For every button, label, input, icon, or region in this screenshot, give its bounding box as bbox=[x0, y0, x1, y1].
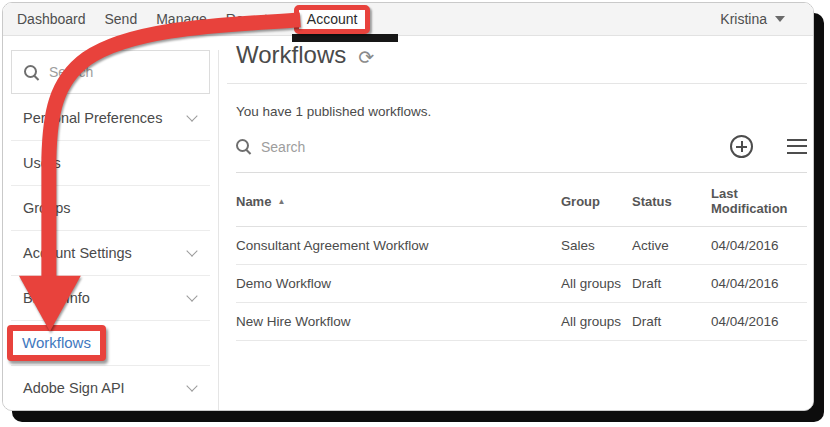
column-header-label: Last Modification bbox=[711, 186, 788, 216]
sidebar-search-input[interactable] bbox=[49, 64, 179, 80]
annotation-box-workflows: Workflows bbox=[7, 325, 106, 361]
refresh-icon[interactable]: ⟳ bbox=[358, 48, 374, 67]
nav-item-label: Manage bbox=[156, 11, 207, 27]
chevron-down-icon bbox=[186, 110, 197, 121]
workflows-table: Name▲GroupStatusLast Modification Consul… bbox=[236, 173, 807, 341]
table-row[interactable]: Consultant Agreement WorkflowSalesActive… bbox=[236, 227, 807, 265]
cell-group: All groups bbox=[561, 276, 632, 291]
chevron-down-icon bbox=[186, 290, 197, 301]
nav-item-manage[interactable]: Manage bbox=[156, 11, 207, 27]
add-workflow-button[interactable] bbox=[730, 135, 753, 158]
cell-status: Draft bbox=[632, 276, 711, 291]
chevron-down-icon bbox=[186, 380, 197, 391]
sidebar-item-label: Account Settings bbox=[23, 245, 132, 261]
nav-item-label: Dashboard bbox=[17, 11, 86, 27]
annotation-box-account: Account bbox=[294, 5, 371, 34]
cell-status: Draft bbox=[632, 314, 711, 329]
sidebar-item-label: Adobe Sign API bbox=[23, 380, 125, 396]
chevron-down-icon bbox=[186, 245, 197, 256]
cell-group: All groups bbox=[561, 314, 632, 329]
workflow-search-input[interactable] bbox=[261, 139, 720, 155]
user-name: Kristina bbox=[720, 11, 767, 27]
sidebar-search[interactable] bbox=[11, 50, 210, 94]
table-toolbar bbox=[236, 135, 807, 173]
summary-text: You have 1 published workflows. bbox=[236, 104, 807, 119]
screenshot-frame: DashboardSendManageReportsAccount Kristi… bbox=[2, 2, 814, 411]
top-nav-items: DashboardSendManageReportsAccount bbox=[17, 5, 389, 34]
sidebar-item-workflows[interactable]: Workflows bbox=[11, 321, 210, 366]
sidebar-items: Personal PreferencesUsersGroupsAccount S… bbox=[11, 96, 210, 410]
sidebar-item-label: Workflows bbox=[22, 334, 91, 351]
column-header-name[interactable]: Name▲ bbox=[236, 194, 561, 209]
cell-status: Active bbox=[632, 238, 711, 253]
sidebar-item-billing-info[interactable]: Billing Info bbox=[11, 276, 210, 321]
search-icon bbox=[236, 139, 251, 154]
app-window: DashboardSendManageReportsAccount Kristi… bbox=[3, 3, 813, 410]
page-title: Workflows bbox=[236, 41, 346, 69]
column-header-last-modification[interactable]: Last Modification bbox=[711, 186, 807, 216]
cell-group: Sales bbox=[561, 238, 632, 253]
sidebar: Personal PreferencesUsersGroupsAccount S… bbox=[11, 50, 210, 410]
table-row[interactable]: New Hire WorkflowAll groupsDraft04/04/20… bbox=[236, 303, 807, 341]
user-menu[interactable]: Kristina bbox=[720, 11, 785, 27]
sidebar-item-label: Personal Preferences bbox=[23, 110, 162, 126]
cell-last-modification: 04/04/2016 bbox=[711, 238, 807, 253]
search-icon bbox=[24, 65, 39, 80]
sidebar-item-label: Billing Info bbox=[23, 290, 90, 306]
cell-last-modification: 04/04/2016 bbox=[711, 314, 807, 329]
nav-item-dashboard[interactable]: Dashboard bbox=[17, 11, 86, 27]
nav-item-label: Account bbox=[307, 11, 358, 27]
sidebar-item-label: Users bbox=[23, 155, 61, 171]
cell-name: Demo Workflow bbox=[236, 276, 561, 291]
nav-item-label: Send bbox=[105, 11, 138, 27]
sidebar-item-adobe-sign-api[interactable]: Adobe Sign API bbox=[11, 366, 210, 410]
nav-item-send[interactable]: Send bbox=[105, 11, 138, 27]
active-tab-underline bbox=[292, 34, 399, 42]
top-nav-bar: DashboardSendManageReportsAccount Kristi… bbox=[3, 3, 813, 36]
nav-item-account[interactable]: Account bbox=[294, 5, 371, 34]
sidebar-item-personal-preferences[interactable]: Personal Preferences bbox=[11, 96, 210, 141]
cell-name: New Hire Workflow bbox=[236, 314, 561, 329]
nav-item-reports[interactable]: Reports bbox=[226, 11, 275, 27]
sidebar-item-groups[interactable]: Groups bbox=[11, 186, 210, 231]
column-header-status[interactable]: Status bbox=[632, 194, 711, 209]
cell-last-modification: 04/04/2016 bbox=[711, 276, 807, 291]
sidebar-item-users[interactable]: Users bbox=[11, 141, 210, 186]
column-header-label: Name bbox=[236, 194, 271, 209]
table-body: Consultant Agreement WorkflowSalesActive… bbox=[236, 227, 807, 341]
sort-asc-icon: ▲ bbox=[277, 197, 285, 206]
hamburger-menu-icon[interactable] bbox=[787, 139, 807, 154]
main-content: Workflows ⟳ You have 1 published workflo… bbox=[219, 41, 807, 341]
title-divider bbox=[227, 83, 807, 84]
column-header-label: Group bbox=[561, 194, 600, 209]
sidebar-item-account-settings[interactable]: Account Settings bbox=[11, 231, 210, 276]
table-row[interactable]: Demo WorkflowAll groupsDraft04/04/2016 bbox=[236, 265, 807, 303]
cell-name: Consultant Agreement Workflow bbox=[236, 238, 561, 253]
table-header-row: Name▲GroupStatusLast Modification bbox=[236, 173, 807, 227]
column-header-group[interactable]: Group bbox=[561, 194, 632, 209]
column-header-label: Status bbox=[632, 194, 672, 209]
nav-item-label: Reports bbox=[226, 11, 275, 27]
chevron-down-icon bbox=[775, 16, 785, 22]
sidebar-item-label: Groups bbox=[23, 200, 71, 216]
